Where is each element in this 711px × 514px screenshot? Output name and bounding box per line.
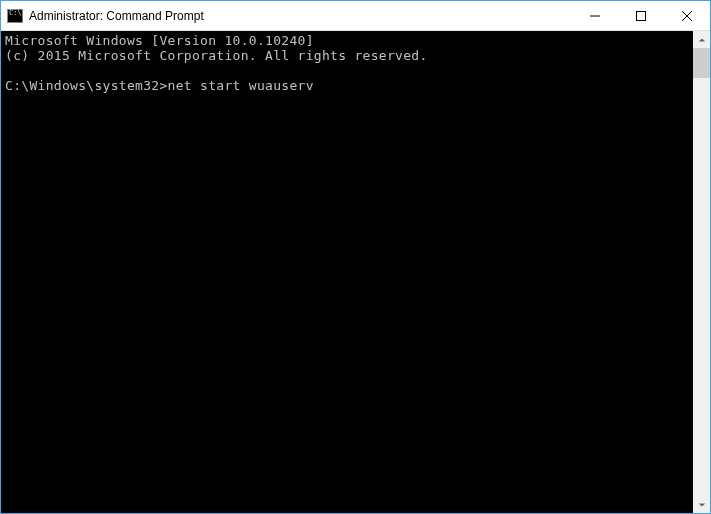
minimize-button[interactable] — [572, 1, 618, 31]
version-line: Microsoft Windows [Version 10.0.10240] — [5, 33, 314, 48]
content-area: Microsoft Windows [Version 10.0.10240] (… — [1, 31, 710, 513]
scroll-up-button[interactable] — [693, 31, 710, 48]
prompt-text: C:\Windows\system32> — [5, 78, 168, 93]
command-input: net start wuauserv — [168, 78, 314, 93]
window-controls — [572, 1, 710, 30]
scroll-down-button[interactable] — [693, 496, 710, 513]
app-icon — [7, 9, 23, 23]
window-title: Administrator: Command Prompt — [29, 9, 572, 23]
vertical-scrollbar[interactable] — [693, 31, 710, 513]
maximize-button[interactable] — [618, 1, 664, 31]
terminal-output[interactable]: Microsoft Windows [Version 10.0.10240] (… — [1, 31, 693, 513]
maximize-icon — [636, 11, 646, 21]
scrollbar-thumb[interactable] — [693, 48, 710, 78]
chevron-up-icon — [698, 36, 706, 44]
copyright-line: (c) 2015 Microsoft Corporation. All righ… — [5, 48, 428, 63]
chevron-down-icon — [698, 501, 706, 509]
titlebar[interactable]: Administrator: Command Prompt — [1, 1, 710, 31]
close-button[interactable] — [664, 1, 710, 31]
svg-rect-1 — [637, 12, 646, 21]
scrollbar-track[interactable] — [693, 48, 710, 496]
close-icon — [682, 11, 692, 21]
command-prompt-window: Administrator: Command Prompt Microsoft … — [0, 0, 711, 514]
minimize-icon — [590, 11, 600, 21]
